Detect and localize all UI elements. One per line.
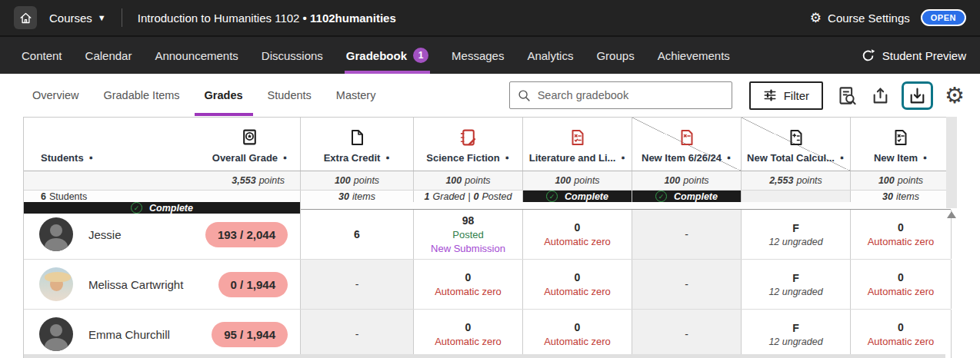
complete-badge[interactable]: ✓ Complete: [523, 191, 632, 202]
tab-announcements[interactable]: Announcements: [155, 37, 238, 74]
search-gradebook-box[interactable]: [509, 81, 732, 109]
sort-icon: ▲▼: [726, 157, 732, 158]
gradebook-count-badge: 1: [413, 48, 428, 63]
overall-grade-pill[interactable]: 193 / 2,044: [205, 222, 288, 247]
total-calculation-column-header[interactable]: New Total Calcul... ▲▼: [742, 118, 851, 171]
grade-cell-new-item[interactable]: 0 Automatic zero: [851, 260, 952, 309]
open-status-badge[interactable]: OPEN: [921, 9, 966, 26]
tab-messages[interactable]: Messages: [452, 37, 504, 74]
overall-grade-column-header[interactable]: Overall Grade ▲▼: [212, 128, 288, 164]
test-icon-hidden: [678, 128, 696, 148]
tab-content[interactable]: Content: [22, 37, 62, 74]
literature-status: ✓ Complete: [632, 191, 742, 202]
grade-cell-new-item-626[interactable]: -: [632, 310, 742, 358]
journal-icon: [458, 128, 478, 148]
filter-button[interactable]: Filter: [749, 81, 823, 110]
horizontal-scrollbar[interactable]: [24, 354, 945, 358]
upload-icon: [871, 86, 890, 105]
tab-achievements[interactable]: Achievements: [658, 37, 730, 74]
home-button[interactable]: [14, 6, 37, 29]
student-cell[interactable]: Emma Churchill 95 / 1,944: [24, 310, 301, 358]
tab-gradebook[interactable]: Gradebook 1: [346, 37, 428, 74]
grade-cell-new-item-626[interactable]: -: [632, 210, 742, 259]
grade-cell-extra-credit[interactable]: -: [301, 310, 414, 358]
tab-mastery[interactable]: Mastery: [336, 74, 376, 117]
grade-cell-literature[interactable]: 0 Automatic zero: [523, 310, 632, 358]
student-preview-label: Student Preview: [882, 49, 966, 62]
grade-cell-new-item[interactable]: 0 Automatic zero: [851, 210, 952, 259]
refresh-icon: [861, 48, 875, 63]
tab-students[interactable]: Students: [268, 74, 312, 117]
grade-cell-total-calculation[interactable]: F 12 ungraded: [742, 210, 851, 259]
table-header-row: Students ▲▼ Overall Grade ▲▼: [24, 118, 951, 171]
title-separator: •: [303, 12, 307, 25]
tab-overview[interactable]: Overview: [32, 74, 78, 117]
search-input[interactable]: [538, 89, 724, 101]
literature-points: 100points: [523, 171, 632, 190]
courses-dropdown[interactable]: Courses ▼: [49, 12, 106, 25]
scroll-up-arrow[interactable]: [947, 211, 956, 218]
vertical-scrollbar[interactable]: [946, 117, 957, 208]
download-button[interactable]: [902, 81, 933, 110]
overall-grade-pill[interactable]: 0 / 1,944: [218, 272, 288, 297]
check-circle-icon: ✓: [546, 191, 558, 202]
science-fiction-column-header[interactable]: Science Fiction ▲▼: [414, 118, 523, 171]
students-column-header[interactable]: Students ▲▼: [41, 152, 94, 164]
overall-grade-pill[interactable]: 95 / 1,944: [212, 322, 288, 347]
grades-table: Students ▲▼ Overall Grade ▲▼: [23, 117, 951, 358]
new-item-626-points: 100points: [632, 171, 742, 190]
new-item-column-header[interactable]: New Item ▲▼: [851, 118, 952, 171]
automatic-zero-label: Automatic zero: [868, 236, 935, 247]
upload-button[interactable]: [869, 85, 892, 107]
tab-analytics[interactable]: Analytics: [527, 37, 573, 74]
course-settings-label: Course Settings: [828, 12, 910, 25]
complete-badge[interactable]: ✓ Complete: [632, 191, 741, 202]
sort-icon: ▲▼: [620, 157, 625, 158]
grade-cell-science-fiction[interactable]: 98 Posted New Submission: [414, 210, 523, 259]
tab-groups[interactable]: Groups: [596, 37, 634, 74]
new-item-626-column-header[interactable]: New Item 6/26/24 ▲▼: [632, 118, 742, 171]
grade-cell-total-calculation[interactable]: F 12 ungraded: [742, 260, 851, 309]
literature-column-header[interactable]: Literature and Li... ▲▼: [523, 118, 632, 171]
extra-credit-column-header[interactable]: Extra Credit ▲▼: [301, 118, 414, 171]
grade-cell-new-item-626[interactable]: -: [632, 260, 742, 309]
grade-cell-new-item[interactable]: 0 Automatic zero: [851, 310, 952, 358]
avatar: [39, 317, 73, 351]
science-fiction-points: 100points: [414, 171, 523, 190]
tab-gradable-items[interactable]: Gradable Items: [103, 74, 179, 117]
students-overall-header: Students ▲▼ Overall Grade ▲▼: [24, 118, 301, 171]
grade-cell-science-fiction[interactable]: 0 Automatic zero: [414, 310, 523, 358]
main-nav: Content Calendar Announcements Discussio…: [0, 35, 980, 74]
avatar: [39, 217, 73, 251]
posted-label: Posted: [452, 229, 483, 240]
grade-cell-literature[interactable]: 0 Automatic zero: [523, 260, 632, 309]
grade-cell-total-calculation[interactable]: F 12 ungraded: [742, 310, 851, 358]
review-search-button[interactable]: [835, 84, 859, 108]
student-cell[interactable]: Jessie 193 / 2,044: [24, 210, 301, 259]
new-submission-link[interactable]: New Submission: [431, 243, 505, 254]
gear-icon: ⚙: [945, 85, 965, 107]
tab-calendar[interactable]: Calendar: [85, 37, 132, 74]
grade-cell-literature[interactable]: 0 Automatic zero: [523, 210, 632, 259]
chevron-down-icon: ▼: [98, 13, 106, 22]
student-name[interactable]: Jessie: [88, 228, 122, 241]
course-name: Introduction to Humanities 1102: [138, 12, 300, 25]
student-cell[interactable]: Melissa Cartwright 0 / 1,944: [24, 260, 301, 309]
science-fiction-status: ✓ Complete: [523, 191, 632, 202]
gradebook-settings-button[interactable]: ⚙: [943, 83, 966, 108]
student-name[interactable]: Melissa Cartwright: [88, 278, 183, 291]
sort-icon: ▲▼: [385, 157, 390, 158]
student-name[interactable]: Emma Churchill: [88, 328, 170, 341]
course-settings-button[interactable]: ⚙ Course Settings: [810, 12, 910, 25]
gradebook-toolbar: Overview Gradable Items Grades Students …: [0, 74, 980, 117]
tab-gradebook-label: Gradebook: [346, 49, 407, 62]
points-row: 3,553points 100points 100points 100point…: [24, 171, 951, 191]
grade-cell-science-fiction[interactable]: 0 Automatic zero: [414, 260, 523, 309]
grade-cell-extra-credit[interactable]: -: [301, 260, 414, 309]
tab-discussions[interactable]: Discussions: [262, 37, 323, 74]
tab-grades[interactable]: Grades: [205, 74, 243, 117]
grade-cell-extra-credit[interactable]: 6: [301, 210, 414, 259]
ungraded-label: 12 ungraded: [768, 287, 822, 297]
student-preview-button[interactable]: Student Preview: [861, 37, 966, 74]
home-icon: [19, 12, 32, 25]
